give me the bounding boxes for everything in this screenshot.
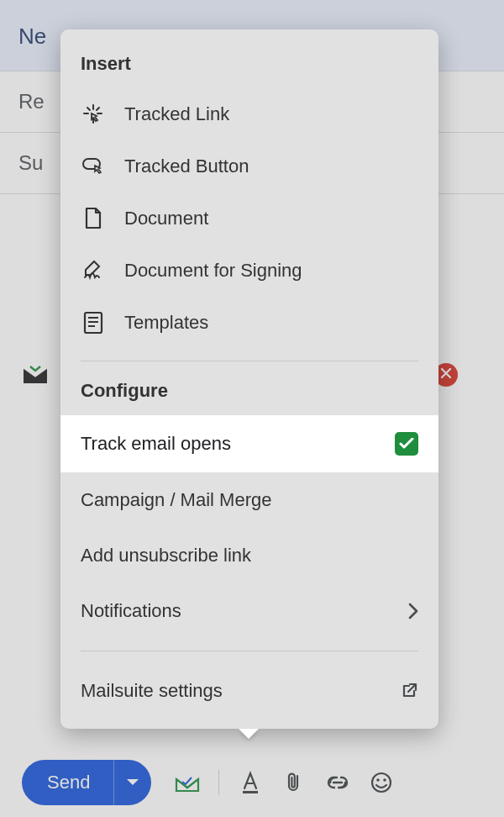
check-icon (399, 433, 414, 455)
svg-rect-0 (243, 791, 258, 793)
send-more-button[interactable] (114, 760, 151, 805)
compose-toolbar: Send (0, 748, 504, 817)
attachment-icon[interactable] (281, 770, 307, 795)
templates-icon (81, 310, 106, 335)
menu-templates[interactable]: Templates (60, 297, 438, 349)
configure-section-title: Configure (60, 373, 438, 415)
menu-campaign-mail-merge[interactable]: Campaign / Mail Merge (60, 472, 438, 528)
menu-label: Tracked Button (124, 155, 249, 177)
chevron-right-icon (408, 603, 418, 619)
compose-title: Ne (18, 24, 46, 49)
external-link-icon (400, 682, 418, 700)
menu-label: Notifications (81, 600, 181, 622)
insert-section-title: Insert (60, 29, 438, 88)
mailsuite-envelope-icon[interactable] (175, 770, 200, 795)
svg-point-3 (384, 778, 387, 782)
caret-down-icon (126, 775, 139, 790)
tracked-link-icon (81, 102, 106, 127)
menu-track-email-opens[interactable]: Track email opens (60, 415, 438, 472)
svg-point-2 (377, 778, 381, 782)
menu-document-signing[interactable]: Document for Signing (60, 245, 438, 297)
tracking-envelope-icon (24, 365, 47, 383)
menu-tracked-link[interactable]: Tracked Link (60, 88, 438, 140)
checkbox-checked[interactable] (395, 432, 418, 456)
send-button[interactable]: Send (22, 760, 113, 805)
send-button-group: Send (22, 760, 151, 805)
menu-label: Document (124, 208, 208, 229)
svg-point-1 (372, 773, 391, 792)
mailsuite-menu: Insert Tracked Link Tracked Button Docum… (60, 29, 438, 729)
menu-label: Track email opens (81, 433, 231, 455)
signing-icon (81, 258, 106, 283)
text-format-icon[interactable] (238, 770, 263, 795)
tracked-button-icon (81, 154, 106, 179)
menu-label: Campaign / Mail Merge (81, 489, 271, 511)
menu-add-unsubscribe[interactable]: Add unsubscribe link (60, 528, 438, 583)
menu-label: Tracked Link (124, 103, 229, 125)
link-icon[interactable] (325, 770, 350, 795)
menu-notifications[interactable]: Notifications (60, 583, 438, 639)
menu-document[interactable]: Document (60, 192, 438, 245)
menu-label: Document for Signing (124, 260, 302, 282)
menu-label: Templates (124, 312, 208, 334)
menu-tracked-button[interactable]: Tracked Button (60, 140, 438, 192)
emoji-icon[interactable] (369, 770, 394, 795)
menu-label: Add unsubscribe link (81, 545, 251, 567)
close-icon (440, 367, 452, 382)
document-icon (81, 206, 106, 231)
menu-label: Mailsuite settings (81, 680, 223, 702)
menu-mailsuite-settings[interactable]: Mailsuite settings (60, 663, 438, 719)
